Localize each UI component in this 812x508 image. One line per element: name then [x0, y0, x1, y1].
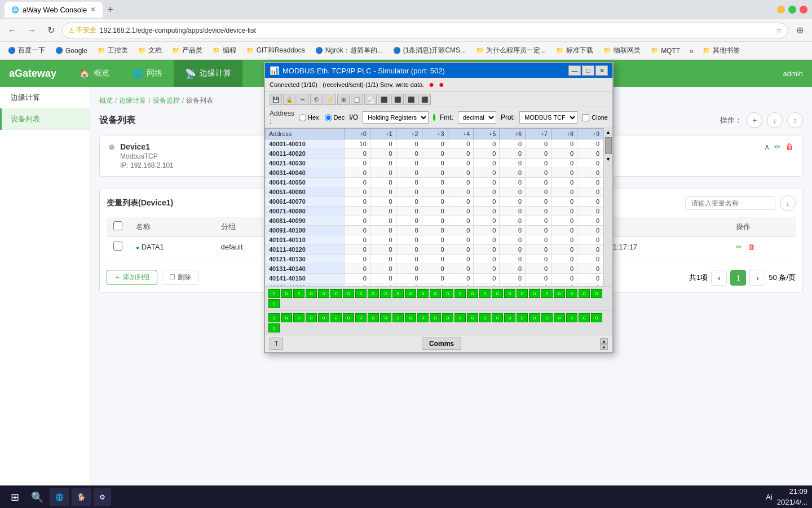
modbus-val-cell-4-8[interactable]: 0 — [551, 178, 577, 187]
modbus-val-cell-9-1[interactable]: 0 — [370, 226, 396, 235]
protocol-select[interactable]: MODBUS TCF — [519, 111, 577, 124]
modbus-val-cell-3-0[interactable]: 0 — [344, 168, 370, 178]
modbus-val-cell-12-9[interactable]: 0 — [577, 255, 603, 264]
modbus-val-cell-9-0[interactable]: 0 — [344, 226, 370, 235]
modbus-val-cell-2-5[interactable]: 0 — [474, 159, 500, 168]
modbus-val-cell-6-0[interactable]: 0 — [344, 197, 370, 207]
window-close-button[interactable]: ✕ — [800, 6, 807, 14]
modbus-val-cell-0-6[interactable]: 0 — [500, 139, 526, 149]
bookmark-standards[interactable]: 📁标准下载 — [551, 44, 598, 57]
toolbar-btn-4[interactable]: © — [310, 94, 323, 105]
modbus-val-cell-15-8[interactable]: 0 — [551, 283, 577, 287]
dec-radio[interactable] — [325, 114, 332, 121]
led-cell[interactable]: 0 — [318, 313, 329, 322]
modbus-val-cell-2-1[interactable]: 0 — [370, 159, 396, 168]
modbus-val-cell-5-8[interactable]: 0 — [551, 187, 577, 197]
led-cell[interactable]: 0 — [479, 289, 491, 298]
led-cell[interactable]: 0 — [380, 313, 391, 322]
export-variable-button[interactable]: ↓ — [780, 195, 796, 211]
modbus-val-cell-8-0[interactable]: 0 — [344, 216, 370, 226]
modbus-val-cell-1-6[interactable]: 0 — [500, 149, 526, 159]
modbus-val-cell-5-7[interactable]: 0 — [526, 187, 551, 197]
modbus-val-cell-13-3[interactable]: 0 — [422, 264, 448, 274]
led-cell[interactable]: 0 — [591, 289, 602, 298]
row-delete-button[interactable]: 🗑 — [748, 243, 755, 251]
nav-network[interactable]: 🌐 网络 — [121, 60, 174, 87]
active-tab[interactable]: 🌐 aWay Web Console ✕ — [5, 2, 103, 17]
modbus-val-cell-14-3[interactable]: 0 — [422, 274, 448, 283]
hex-radio[interactable] — [299, 114, 306, 121]
clone-checkbox-label[interactable]: Clone — [582, 114, 608, 121]
modbus-val-cell-10-0[interactable]: 0 — [344, 235, 370, 245]
modbus-val-cell-1-1[interactable]: 0 — [370, 149, 396, 159]
led-cell[interactable]: 0 — [306, 313, 317, 322]
modbus-val-cell-3-1[interactable]: 0 — [370, 168, 396, 178]
modbus-minimize-button[interactable]: — — [568, 65, 581, 76]
modbus-val-cell-1-4[interactable]: 0 — [448, 149, 474, 159]
led-cell[interactable]: 0 — [281, 289, 292, 298]
modbus-scrollbar[interactable]: ▲ ▼ — [603, 128, 612, 286]
bookmark-programmer[interactable]: 📁为什么程序员一定... — [471, 44, 550, 57]
modbus-val-cell-15-6[interactable]: 0 — [500, 283, 526, 287]
modbus-val-cell-7-8[interactable]: 0 — [551, 207, 577, 216]
led-cell[interactable]: 0 — [330, 313, 342, 322]
modbus-val-cell-6-7[interactable]: 0 — [526, 197, 551, 207]
led-cell[interactable]: 0 — [454, 313, 466, 322]
led-cell[interactable]: 0 — [430, 313, 441, 322]
modbus-val-cell-7-0[interactable]: 0 — [344, 207, 370, 216]
bookmark-iot[interactable]: 📁物联网类 — [599, 44, 645, 57]
scroll-up-button[interactable]: ▲ — [604, 128, 612, 136]
led-cell[interactable]: 0 — [268, 323, 280, 332]
led-cell[interactable]: 0 — [368, 313, 379, 322]
modbus-val-cell-14-9[interactable]: 0 — [577, 274, 603, 283]
modbus-val-cell-7-5[interactable]: 0 — [474, 207, 500, 216]
modbus-val-cell-5-9[interactable]: 0 — [577, 187, 603, 197]
modbus-val-cell-8-9[interactable]: 0 — [577, 216, 603, 226]
modbus-val-cell-14-0[interactable]: 0 — [344, 274, 370, 283]
modbus-val-cell-0-5[interactable]: 0 — [474, 139, 500, 149]
modbus-val-cell-10-4[interactable]: 0 — [448, 235, 474, 245]
led-cell[interactable]: 0 — [417, 313, 429, 322]
modbus-val-cell-12-8[interactable]: 0 — [551, 255, 577, 264]
hex-radio-label[interactable]: Hex — [299, 114, 319, 121]
led-cell[interactable]: 0 — [467, 289, 478, 298]
modbus-val-cell-8-5[interactable]: 0 — [474, 216, 500, 226]
add-device-button[interactable]: ＋ — [747, 112, 762, 128]
toolbar-btn-8[interactable]: 📈 — [364, 94, 377, 105]
toolbar-btn-7[interactable]: 📋 — [351, 94, 363, 105]
reload-button[interactable]: ↻ — [43, 25, 59, 36]
modbus-val-cell-8-7[interactable]: 0 — [526, 216, 551, 226]
led-cell[interactable]: 0 — [405, 289, 416, 298]
modbus-val-cell-4-9[interactable]: 0 — [577, 178, 603, 187]
modbus-val-cell-15-3[interactable]: 0 — [422, 283, 448, 287]
led-cell[interactable]: 0 — [343, 313, 354, 322]
back-button[interactable]: ← — [5, 25, 20, 36]
variable-search-input[interactable] — [685, 196, 775, 210]
led-cell[interactable]: 0 — [368, 289, 379, 298]
add-to-group-button[interactable]: ＋ 添加到组 — [107, 270, 157, 285]
modbus-val-cell-4-2[interactable]: 0 — [396, 178, 422, 187]
led-cell[interactable]: 0 — [504, 289, 515, 298]
modbus-val-cell-12-1[interactable]: 0 — [370, 255, 396, 264]
modbus-val-cell-8-6[interactable]: 0 — [500, 216, 526, 226]
modbus-val-cell-2-7[interactable]: 0 — [526, 159, 551, 168]
led-cell[interactable]: 0 — [566, 289, 577, 298]
tab-close-button[interactable]: ✕ — [90, 6, 96, 14]
toolbar-btn-1[interactable]: 💾 — [270, 94, 282, 105]
start-button[interactable]: ⊞ — [5, 488, 25, 506]
modbus-val-cell-15-7[interactable]: 0 — [526, 283, 551, 287]
modbus-val-cell-1-5[interactable]: 0 — [474, 149, 500, 159]
window-minimize-button[interactable]: — — [777, 6, 785, 14]
led-cell[interactable]: 0 — [392, 313, 404, 322]
select-all-checkbox[interactable] — [113, 221, 122, 230]
modbus-val-cell-7-7[interactable]: 0 — [526, 207, 551, 216]
modbus-val-cell-11-7[interactable]: 0 — [526, 245, 551, 255]
led-cell[interactable]: 0 — [517, 289, 528, 298]
led-cell[interactable]: 0 — [281, 313, 292, 322]
modbus-val-cell-9-3[interactable]: 0 — [422, 226, 448, 235]
address-input[interactable]: ⚠ 不安全 192.168.2.1/edge-computing/apps/de… — [62, 23, 788, 38]
modbus-val-cell-12-5[interactable]: 0 — [474, 255, 500, 264]
modbus-val-cell-11-9[interactable]: 0 — [577, 245, 603, 255]
modbus-val-cell-9-2[interactable]: 0 — [396, 226, 422, 235]
modbus-val-cell-13-4[interactable]: 0 — [448, 264, 474, 274]
